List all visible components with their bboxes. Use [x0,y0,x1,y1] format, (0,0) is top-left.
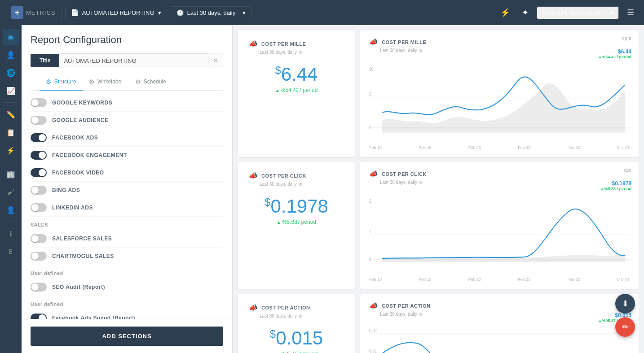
sidebar-icon-chart[interactable]: 📈 [3,83,19,99]
cpm-chart-badge: $6.44 ▲%54.42 / period [598,48,631,59]
lightning-btn[interactable]: ⚡ [497,4,513,21]
info-dot-cpm [299,51,302,54]
tab-structure-label: Structure [54,78,76,85]
date-dropdown[interactable]: 🕐 Last 30 days, daily ▾ [171,6,251,19]
title-clear-btn[interactable]: ✕ [208,53,223,68]
megaphone-icon-cpa-chart: 📣 [369,301,378,310]
svg-text:2: 2 [369,199,371,204]
cpc-small-card: 📣 COST PER CLICK Last 30 days, daily $0.… [238,162,355,289]
cpa-small-card: 📣 COST PER ACTION Last 30 days, daily $0… [238,294,355,353]
add-sections-button[interactable]: ADD SECTIONS [31,327,223,346]
toggle-google-keywords[interactable] [31,98,47,107]
cpc-card-value: $0.1978 ▲ %5.88 / period [249,196,344,225]
sales-group-label: SALES [31,217,223,230]
info-dot-cpa-chart [419,313,423,316]
tab-schedule-label: Schedule [144,78,166,85]
reporting-dropdown[interactable]: 📄 AUTOMATED REPORTING ▾ [65,6,167,19]
megaphone-icon-cpc-chart: 📣 [369,170,378,178]
cpm-chart-card: 📣 COST PER MILLE Last 30 days, daily cpm… [360,31,639,157]
sidebar-icon-info[interactable]: ℹ [3,226,19,242]
toggle-salesforce-sales[interactable] [31,234,47,243]
toggle-linkedin-ads[interactable] [31,203,47,212]
toggle-seo-audit[interactable] [31,283,47,292]
cpa-card-value: $0.015 ▲ %95.37 / period [249,327,344,353]
section-label-bing-ads: BING ADS [52,187,80,193]
section-facebook-ads: FACEBOOK ADS [31,129,223,147]
section-linkedin-ads: LINKEDIN ADS [31,199,223,217]
cpm-card-header: 📣 COST PER MILLE [249,39,344,48]
section-label-seo-audit: SEO Audit (Report) [52,284,105,290]
title-input[interactable] [59,53,208,68]
cpc-chart-label: cpc [624,168,631,173]
tab-whitelabel[interactable]: ⚙ Whitelabel [83,74,129,91]
sidebar-icon-brush[interactable]: 🖌 [3,184,19,200]
logo-text: METRICS [26,9,56,16]
dropdown-arrow-reporting: ▾ [158,9,161,16]
info-dot-cpm-chart [419,49,423,52]
nav-right-area: ⚡ ✦ BOSTON SEO AGENCY ▾ ☰ [497,4,639,21]
tab-structure[interactable]: ⚙ Structure [40,74,83,91]
download-fab[interactable]: ⬇ [615,294,635,314]
agency-label: BOSTON SEO AGENCY [543,9,607,16]
sidebar-icon-edit[interactable]: ✏️ [3,106,19,122]
section-salesforce-sales: SALESFORCE SALES [31,230,223,248]
cpc-chart-header: 📣 COST PER CLICK [369,170,630,178]
section-label-google-audience: GOOGLE AUDIENCE [52,117,109,123]
agency-arrow: ▾ [610,9,613,16]
config-panel: Report Configuration Title ✕ ⚙ Structure… [22,25,233,353]
sidebar-icon-lightning[interactable]: ⚡ [3,142,19,158]
title-tab[interactable]: Title [31,54,59,67]
toggle-facebook-ads[interactable] [31,133,47,142]
cpa-row: 📣 COST PER ACTION Last 30 days, daily $0… [238,294,639,353]
cpm-card-subtitle: Last 30 days, daily [260,50,344,55]
tab-schedule[interactable]: ⚙ Schedule [129,74,172,91]
cpa-card-title: COST PER ACTION [261,305,310,310]
cpm-chart-label: cpm [622,36,631,41]
sidebar-icon-person[interactable]: 👤 [3,202,19,218]
cpa-chart-subtitle: Last 30 days, daily [380,312,630,317]
section-bing-ads: BING ADS [31,182,223,199]
cpc-chart-subtitle: Last 30 days, daily [380,180,630,185]
cpc-big-value: $0.1978 [265,196,328,217]
sidebar-icon-crypto[interactable]: ₿ [3,244,19,260]
toggle-fb-ads-spend[interactable] [31,314,47,319]
toggle-facebook-engagement[interactable] [31,151,47,160]
svg-text:0.03: 0.03 [369,328,377,333]
settings-btn[interactable]: ✦ [517,4,533,21]
cpm-chart-svg: 10 5 0 [369,62,630,143]
cpc-chart-title: COST PER CLICK [382,171,427,177]
cpc-card-subtitle: Last 30 days, daily [260,182,344,187]
sidebar-icon-dashboard[interactable]: ◉ [3,29,19,45]
toggle-google-audience[interactable] [31,116,47,125]
toggle-chartmogul-sales[interactable] [31,252,47,261]
reporting-label: AUTOMATED REPORTING [82,9,154,16]
config-title: Report Configuration [31,34,223,46]
schedule-icon: ⚙ [135,78,141,85]
icon-sidebar: ◉ 👤 🌐 📈 ✏️ 📋 ⚡ 🏢 🖌 👤 ℹ ₿ [0,25,22,353]
dropdown-arrow-date: ▾ [243,9,246,16]
sidebar-icon-users[interactable]: 👤 [3,47,19,63]
section-facebook-video: FACEBOOK VIDEO [31,164,223,182]
edit-fab[interactable]: ✏ [615,317,635,337]
agency-dropdown[interactable]: BOSTON SEO AGENCY ▾ [537,6,619,19]
sidebar-icon-building[interactable]: 🏢 [3,166,19,182]
sidebar-icon-globe[interactable]: 🌐 [3,65,19,81]
config-tabs: ⚙ Structure ⚙ Whitelabel ⚙ Schedule [31,74,223,91]
menu-btn[interactable]: ☰ [622,4,639,21]
cpa-chart-header: 📣 COST PER ACTION [369,301,630,310]
megaphone-icon-cpc: 📣 [249,171,258,180]
section-label-facebook-engagement: FACEBOOK ENGAGEMENT [52,152,127,158]
sidebar-icon-clipboard[interactable]: 📋 [3,124,19,140]
toggle-bing-ads[interactable] [31,186,47,195]
svg-text:0: 0 [369,257,371,262]
cpm-chart-subtitle: Last 30 days, daily [380,48,630,53]
cpc-card-title: COST PER CLICK [261,173,306,179]
clock-icon: 🕐 [176,9,184,16]
info-dot-cpc [299,183,302,186]
user-defined-2-label: User defined [31,296,223,309]
toggle-facebook-video[interactable] [31,168,47,177]
cpm-card-value: $6.44 ▲ %54.42 / period [249,64,344,93]
section-label-facebook-video: FACEBOOK VIDEO [52,170,104,176]
user-defined-1-label: User defined [31,265,223,279]
cpc-change: ▲ %5.88 / period [249,219,344,225]
